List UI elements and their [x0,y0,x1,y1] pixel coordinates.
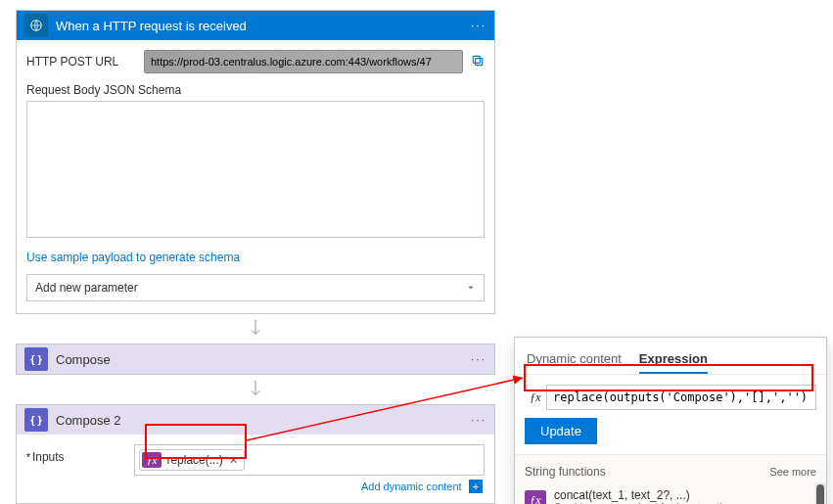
compose2-icon: { } [24,408,48,432]
flow-arrow [16,314,495,344]
remove-token-icon[interactable]: ✕ [229,454,238,467]
trigger-header[interactable]: When a HTTP request is received ··· [17,11,494,40]
update-button[interactable]: Update [525,418,597,444]
fn-signature: concat(text_1, text_2?, ...) [554,488,733,502]
expression-editor-panel: Dynamic content Expression ƒx Update Str… [514,337,827,504]
inputs-field[interactable]: ƒx replace(...) ✕ [134,444,485,476]
tab-dynamic-content[interactable]: Dynamic content [527,345,622,374]
schema-label: Request Body JSON Schema [26,83,485,97]
trigger-body: HTTP POST URL https://prod-03.centralus.… [17,40,494,313]
expression-input[interactable] [546,385,816,410]
fn-concat-row[interactable]: ƒx concat(text_1, text_2?, ...) Combines… [515,482,814,504]
expression-token[interactable]: ƒx replace(...) ✕ [139,449,245,471]
post-url-label: HTTP POST URL [26,55,144,69]
add-dynamic-content-link[interactable]: Add dynamic content [361,481,462,492]
fx-icon: ƒx [142,452,162,468]
inputs-label: Inputs [26,444,134,464]
expression-token-text: replace(...) [166,453,222,467]
http-trigger-icon [24,14,48,37]
flow-arrow-2 [16,375,495,404]
tab-expression[interactable]: Expression [639,345,708,374]
sample-payload-link[interactable]: Use sample payload to generate schema [26,251,240,264]
compose2-header[interactable]: { } Compose 2 ··· [17,405,494,435]
fn-fx-icon: ƒx [525,490,546,505]
trigger-title: When a HTTP request is received [56,19,471,33]
fn-section-title: String functions [525,465,606,479]
compose2-card: { } Compose 2 ··· Inputs ƒx replace(...)… [16,404,495,504]
copy-url-icon[interactable] [471,54,485,70]
add-parameter-label: Add new parameter [35,281,138,295]
scrollbar-thumb[interactable] [816,484,824,504]
schema-textarea[interactable] [26,101,485,238]
add-parameter-dropdown[interactable]: Add new parameter [26,274,485,301]
trigger-menu-button[interactable]: ··· [471,19,486,32]
see-more-link[interactable]: See more [769,466,816,478]
compose-icon: { } [24,347,48,371]
svg-rect-1 [476,58,483,65]
fx-label-icon: ƒx [525,390,546,405]
compose2-title: Compose 2 [56,413,471,428]
compose-card[interactable]: { } Compose ··· [16,344,495,375]
compose2-menu-button[interactable]: ··· [471,413,486,427]
post-url-field[interactable]: https://prod-03.centralus.logic.azure.co… [144,50,463,73]
add-dynamic-content-plus-icon[interactable]: + [469,480,483,493]
svg-rect-2 [473,56,480,63]
chevron-down-icon [466,283,476,293]
trigger-card: When a HTTP request is received ··· HTTP… [16,10,495,314]
compose-title: Compose [56,352,471,367]
compose-menu-button[interactable]: ··· [471,352,486,366]
popout-scrollbar[interactable] [814,482,826,504]
